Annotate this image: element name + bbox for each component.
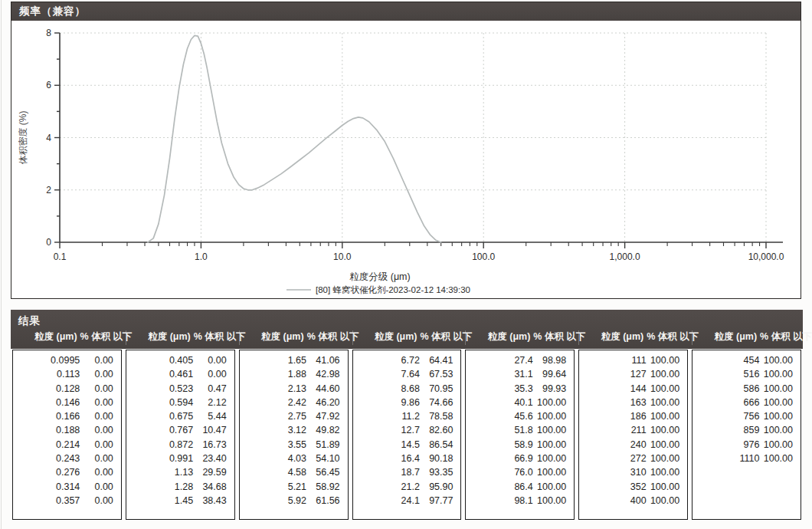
percent-under-value: 100.00 [533, 465, 575, 479]
table-row: 1.1329.59 [126, 465, 234, 479]
y-tick-label: 0 [46, 237, 51, 248]
particle-size-value: 31.1 [466, 367, 532, 381]
particle-size-value: 211 [579, 423, 646, 437]
table-row: 3.5551.89 [240, 438, 348, 452]
particle-size-value: 45.6 [466, 409, 532, 423]
particle-size-value: 163 [579, 396, 646, 409]
x-axis-title: 粒度分级 (μm) [349, 271, 410, 282]
table-row: 4.0354.10 [240, 452, 348, 465]
table-row: 0.2140.00 [13, 438, 121, 452]
percent-under-value: 100.00 [759, 409, 801, 423]
size-column-header: 粒度 (μm) [692, 330, 760, 345]
particle-size-value: 98.1 [466, 494, 532, 508]
table-row: 86.4100.00 [466, 480, 574, 494]
table-row: 35.399.93 [466, 382, 574, 396]
table-row: 454100.00 [692, 353, 801, 367]
table-row: 21.295.90 [353, 480, 461, 494]
results-group-header: 粒度 (μm)% 体积 以下 [126, 330, 235, 345]
particle-size-value: 0.872 [126, 438, 193, 452]
table-row: 211100.00 [579, 423, 687, 437]
table-row: 111100.00 [579, 353, 687, 367]
table-row: 0.2760.00 [13, 465, 121, 479]
table-row: 76.0100.00 [466, 465, 574, 479]
table-row: 14.586.54 [353, 438, 461, 452]
size-column-header: 粒度 (μm) [240, 330, 307, 345]
particle-size-value: 18.7 [353, 465, 420, 479]
particle-size-value: 0.675 [126, 409, 193, 423]
percent-under-value: 100.00 [647, 452, 688, 465]
percent-under-value: 44.60 [306, 382, 348, 396]
percent-under-value: 97.77 [420, 494, 461, 508]
particle-size-value: 0.991 [126, 452, 193, 465]
percent-under-value: 64.41 [420, 353, 461, 367]
particle-size-value: 0.146 [13, 396, 80, 409]
particle-size-value: 0.0995 [13, 353, 80, 367]
particle-size-value: 40.1 [466, 396, 532, 409]
percent-under-value: 100.00 [647, 409, 688, 423]
particle-size-value: 127 [579, 367, 646, 381]
percent-under-value: 0.00 [80, 382, 121, 396]
table-row: 2.4246.20 [240, 396, 348, 409]
percent-under-column-header: % 体积 以下 [194, 330, 235, 345]
particle-size-value: 144 [579, 382, 646, 396]
y-tick-label: 6 [46, 80, 51, 90]
table-row: 0.4050.00 [126, 353, 234, 367]
x-tick-label: 100.0 [472, 251, 495, 262]
table-row: 859100.00 [692, 423, 801, 437]
particle-size-value: 1.45 [126, 494, 193, 508]
particle-size-value: 0.594 [126, 396, 193, 409]
x-tick-label: 10,000.0 [748, 251, 784, 262]
particle-size-value: 11.2 [353, 409, 420, 423]
table-row: 516100.00 [692, 367, 801, 381]
particle-size-value: 5.21 [240, 480, 306, 494]
table-row: 0.09950.00 [13, 353, 121, 367]
particle-size-value: 240 [579, 438, 646, 452]
percent-under-value: 5.44 [193, 409, 234, 423]
percent-under-value: 70.95 [420, 382, 461, 396]
table-row: 51.8100.00 [466, 423, 574, 437]
percent-under-value: 100.00 [759, 438, 801, 452]
particle-size-value: 3.55 [240, 438, 306, 452]
table-row: 976100.00 [692, 438, 801, 452]
table-row: 0.1280.00 [13, 382, 121, 396]
table-row: 58.9100.00 [466, 438, 574, 452]
x-tick-label: 1,000.0 [610, 251, 640, 262]
table-row: 0.87216.73 [126, 438, 234, 452]
y-tick-label: 4 [46, 133, 51, 143]
percent-under-value: 100.00 [647, 465, 688, 479]
table-row: 144100.00 [579, 382, 687, 396]
table-row: 127100.00 [579, 367, 687, 381]
particle-size-value: 14.5 [353, 438, 420, 452]
particle-size-value: 3.12 [240, 423, 306, 437]
table-row: 240100.00 [579, 438, 687, 452]
percent-under-column-header: % 体积 以下 [533, 330, 575, 345]
results-group-header: 粒度 (μm)% 体积 以下 [352, 330, 462, 345]
particle-size-value: 352 [579, 480, 646, 494]
table-row: 0.5942.12 [126, 396, 234, 409]
results-group-header: 粒度 (μm)% 体积 以下 [692, 330, 801, 345]
percent-under-value: 47.92 [306, 409, 348, 423]
particle-size-value: 21.2 [353, 480, 420, 494]
frequency-curve [148, 35, 441, 242]
percent-under-value: 41.06 [306, 353, 348, 367]
percent-under-value: 0.00 [193, 367, 234, 381]
percent-under-value: 0.00 [80, 494, 121, 508]
particle-size-value: 8.68 [353, 382, 420, 396]
table-row: 1.8842.98 [240, 367, 348, 381]
particle-size-value: 16.4 [353, 452, 420, 465]
percent-under-value: 100.00 [647, 367, 688, 381]
size-column-header: 粒度 (μm) [353, 330, 421, 345]
table-row: 0.2430.00 [13, 452, 121, 465]
particle-size-value: 1.28 [126, 480, 193, 494]
particle-size-value: 516 [692, 367, 759, 381]
percent-under-value: 0.00 [80, 480, 121, 494]
results-table: 0.09950.000.1130.000.1280.000.1460.000.1… [11, 349, 803, 520]
percent-under-value: 100.00 [533, 480, 575, 494]
size-column-header: 粒度 (μm) [466, 330, 533, 345]
particle-size-value: 186 [579, 409, 646, 423]
table-row: 27.498.98 [466, 353, 574, 367]
table-row: 5.9261.56 [240, 494, 348, 508]
table-row: 31.199.64 [466, 367, 574, 381]
table-row: 2.7547.92 [240, 409, 348, 423]
particle-size-value: 1110 [692, 452, 759, 465]
